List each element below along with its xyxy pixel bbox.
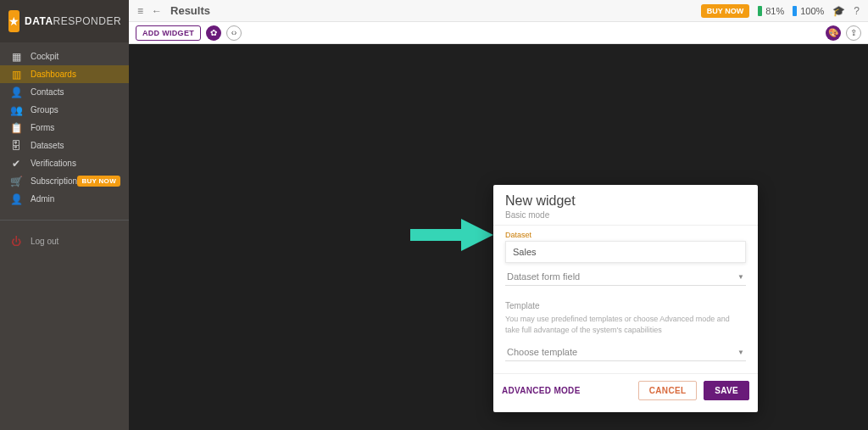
extension-icon[interactable]: ✿ [206,25,221,41]
sidebar: DATARESPONDER ▦ Cockpit ▥ Dashboards 👤 C… [0,0,129,430]
people-icon: 👥 [8,104,24,116]
back-icon[interactable]: ← [152,5,162,17]
sidebar-item-label: Groups [31,105,120,114]
sidebar-item-admin[interactable]: 👤 Admin [0,190,129,208]
dialog-title: New widget [505,193,746,209]
dataset-section: Dataset Sales Dataset form field ▼ [493,226,758,289]
dashboard-canvas: New widget Basic mode Dataset Sales Data… [129,44,868,430]
template-label: Template [505,301,746,310]
academic-icon[interactable]: 🎓 [832,5,845,17]
sidebar-item-label: Log out [31,237,120,246]
status-value: 100% [800,6,824,16]
topbar: ≡ ← Results BUY NOW 81% 100% 🎓 ? [129,0,868,22]
sidebar-item-datasets[interactable]: 🗄 Datasets [0,137,129,154]
brand-strong: DATA [25,15,53,27]
dashboard-toolbar: ADD WIDGET ✿ ‹› 🎨 ⇪ [129,22,868,44]
menu-icon[interactable]: ≡ [137,5,143,17]
form-field-select[interactable]: Dataset form field ▼ [505,268,746,286]
sidebar-item-label: Subscription [31,176,77,186]
bars-icon: ▥ [8,69,24,81]
dashboard-icon: ▦ [8,51,24,63]
level-icon [793,6,797,16]
code-icon[interactable]: ‹› [226,25,242,41]
sidebar-item-label: Admin [31,194,120,204]
template-help-text: You may use predefined templates or choo… [505,314,746,335]
sidebar-item-label: Contacts [31,87,120,97]
template-placeholder: Choose template [507,347,577,357]
new-widget-dialog: New widget Basic mode Dataset Sales Data… [493,185,758,412]
advanced-mode-button[interactable]: ADVANCED MODE [502,386,581,395]
sidebar-item-dashboards[interactable]: ▥ Dashboards [0,65,129,83]
add-widget-button[interactable]: ADD WIDGET [136,25,201,41]
dataset-label: Dataset [505,231,746,239]
pointer-arrow [410,219,493,251]
template-select[interactable]: Choose template ▼ [505,343,746,361]
power-icon: ⏻ [8,236,24,248]
sidebar-nav: ▦ Cockpit ▥ Dashboards 👤 Contacts 👥 Grou… [0,42,129,250]
status-value: 81% [765,6,784,16]
sidebar-item-contacts[interactable]: 👤 Contacts [0,83,129,101]
sidebar-item-forms[interactable]: 📋 Forms [0,119,129,137]
admin-icon: 👤 [8,193,24,205]
sidebar-item-label: Datasets [31,141,120,150]
brand-light: RESPONDER [53,15,122,27]
sidebar-item-verifications[interactable]: ✔ Verifications [0,154,129,172]
buy-now-badge[interactable]: BUY NOW [77,176,120,187]
sidebar-item-subscription[interactable]: 🛒 Subscription BUY NOW [0,172,129,190]
help-icon[interactable]: ? [854,5,860,17]
share-icon[interactable]: ⇪ [846,25,861,41]
dataset-value: Sales [513,247,537,257]
sidebar-item-label: Verifications [31,159,120,168]
dialog-actions: ADVANCED MODE CANCEL SAVE [493,373,758,407]
clipboard-icon: 📋 [8,122,24,134]
page-title: Results [170,4,210,17]
buy-now-button[interactable]: BUY NOW [701,4,749,18]
dataset-select[interactable]: Sales [505,241,746,263]
cancel-button[interactable]: CANCEL [638,381,697,400]
brand-name: DATARESPONDER [25,15,121,27]
sidebar-item-label: Forms [31,123,120,132]
star-icon [8,10,19,32]
sidebar-item-cockpit[interactable]: ▦ Cockpit [0,47,129,65]
brand-logo: DATARESPONDER [0,0,129,42]
battery-icon [758,6,762,16]
cart-icon: 🛒 [8,176,24,187]
save-button[interactable]: SAVE [704,381,749,400]
caret-down-icon: ▼ [737,349,744,356]
svg-marker-0 [410,219,493,251]
dialog-subtitle: Basic mode [505,210,746,220]
sidebar-item-label: Cockpit [31,52,120,61]
form-field-placeholder: Dataset form field [507,271,580,282]
caret-down-icon: ▼ [737,273,744,281]
main-area: ≡ ← Results BUY NOW 81% 100% 🎓 ? ADD WID… [129,0,868,430]
sidebar-item-groups[interactable]: 👥 Groups [0,101,129,119]
sidebar-item-logout[interactable]: ⏻ Log out [0,232,129,250]
database-icon: 🗄 [8,140,24,152]
nav-divider [0,220,129,221]
sidebar-item-label: Dashboards [31,70,120,79]
status-battery: 81% [758,6,784,16]
shield-check-icon: ✔ [8,158,24,170]
palette-icon[interactable]: 🎨 [826,25,841,41]
template-section: Template You may use predefined template… [493,296,758,365]
person-icon: 👤 [8,87,24,98]
status-level: 100% [793,6,824,16]
dialog-header: New widget Basic mode [493,185,758,226]
